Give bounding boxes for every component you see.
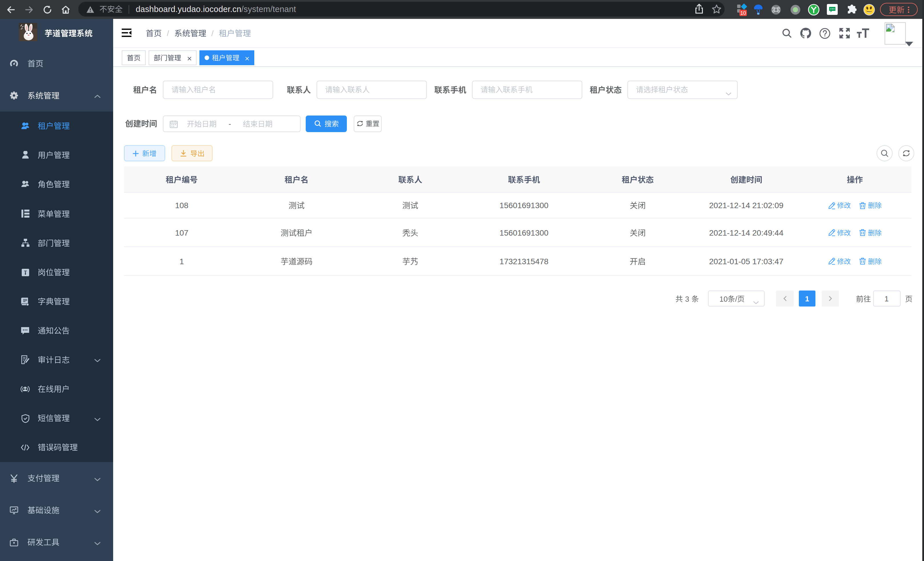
svg-text:10: 10	[740, 10, 746, 16]
